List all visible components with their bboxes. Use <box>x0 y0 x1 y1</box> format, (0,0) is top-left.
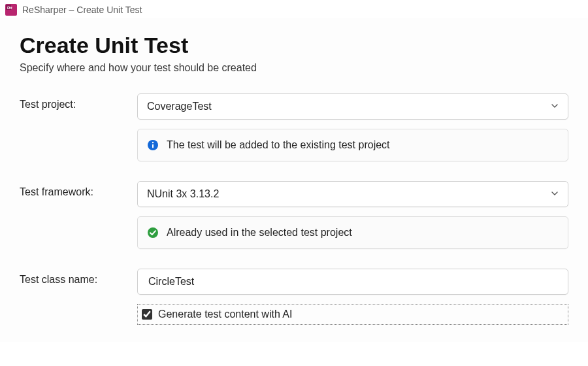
select-test-project-value: CoverageTest <box>147 101 212 112</box>
titlebar: R# ReSharper – Create Unit Test <box>0 0 588 18</box>
info-test-framework: Already used in the selected test projec… <box>137 216 568 249</box>
select-test-framework[interactable]: NUnit 3x 3.13.2 <box>137 181 568 207</box>
resharper-app-icon: R# <box>5 4 17 16</box>
row-test-project: Test project: CoverageTest The test will… <box>20 93 568 161</box>
svg-point-6 <box>148 227 158 238</box>
chevron-down-icon <box>551 190 559 199</box>
info-icon <box>147 139 159 151</box>
input-test-class-name-wrapper <box>137 269 568 295</box>
checkbox-generate-ai-row[interactable]: Generate test content with AI <box>137 304 568 325</box>
input-test-class-name[interactable] <box>147 269 559 294</box>
dialog-body: Create Unit Test Specify where and how y… <box>0 18 588 342</box>
info-test-project-text: The test will be added to the existing t… <box>167 139 390 151</box>
svg-text:R#: R# <box>7 6 12 10</box>
chevron-down-icon <box>551 102 559 112</box>
info-test-framework-text: Already used in the selected test projec… <box>167 227 352 239</box>
select-test-project[interactable]: CoverageTest <box>137 93 568 120</box>
label-test-framework: Test framework: <box>20 181 137 198</box>
svg-point-5 <box>152 142 154 143</box>
check-circle-icon <box>147 227 159 239</box>
page-subtitle: Specify where and how your test should b… <box>20 62 568 74</box>
window-title: ReSharper – Create Unit Test <box>22 5 142 15</box>
row-test-framework: Test framework: NUnit 3x 3.13.2 Already … <box>20 181 568 249</box>
info-test-project: The test will be added to the existing t… <box>137 129 568 161</box>
svg-rect-4 <box>152 144 154 148</box>
checkbox-generate-ai-label: Generate test content with AI <box>158 308 292 320</box>
row-test-class-name: Test class name: Generate test content w… <box>20 269 568 325</box>
label-test-class-name: Test class name: <box>20 269 137 286</box>
checkbox-generate-ai[interactable] <box>142 309 152 320</box>
page-title: Create Unit Test <box>20 33 568 58</box>
select-test-framework-value: NUnit 3x 3.13.2 <box>147 188 219 200</box>
label-test-project: Test project: <box>20 93 137 110</box>
